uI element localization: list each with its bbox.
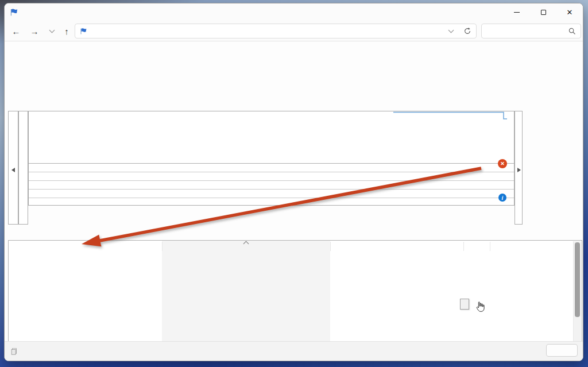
scroll-right-icon (517, 164, 521, 175)
stability-index-line (29, 111, 514, 206)
recent-pages-dropdown[interactable] (45, 21, 59, 41)
search-input[interactable] (481, 24, 581, 38)
footer-bar (5, 341, 583, 361)
chart-scroll-right-panel[interactable] (514, 111, 523, 225)
minimize-button[interactable] (504, 3, 530, 21)
chart-scroll-left-panel[interactable] (8, 111, 18, 225)
table-header (9, 241, 582, 252)
up-button[interactable]: ↑ (60, 21, 74, 41)
breadcrumb-flag-icon (80, 28, 87, 35)
address-bar[interactable] (75, 24, 477, 38)
back-button[interactable]: ← (9, 21, 23, 41)
reliability-monitor-window: ✕ ← → ↑ (4, 3, 583, 361)
sorted-column-shade (162, 241, 330, 342)
table-scrollbar[interactable] (573, 241, 581, 342)
address-dropdown-icon[interactable] (448, 28, 454, 33)
search-icon (568, 28, 576, 35)
ok-button[interactable] (546, 344, 578, 357)
chart-plot-area: ✕ i (28, 111, 514, 206)
maximize-button[interactable] (530, 3, 556, 21)
refresh-icon[interactable] (463, 27, 471, 35)
forward-button[interactable]: → (28, 21, 41, 41)
critical-event-marker-icon: ✕ (498, 159, 507, 168)
content-area: ✕ i (5, 42, 583, 361)
sort-ascending-icon (243, 241, 249, 247)
save-history-icon (10, 347, 18, 356)
scroll-left-icon (11, 164, 15, 175)
navigation-toolbar: ← → ↑ (5, 21, 583, 41)
chart-y-axis-panel (18, 111, 28, 225)
close-button[interactable]: ✕ (556, 3, 583, 21)
table-scrollbar-thumb[interactable] (575, 242, 580, 317)
title-bar: ✕ (5, 3, 583, 21)
app-flag-icon (10, 8, 18, 17)
information-event-marker-icon: i (498, 194, 506, 202)
tooltip (460, 299, 469, 310)
details-table (8, 240, 582, 342)
